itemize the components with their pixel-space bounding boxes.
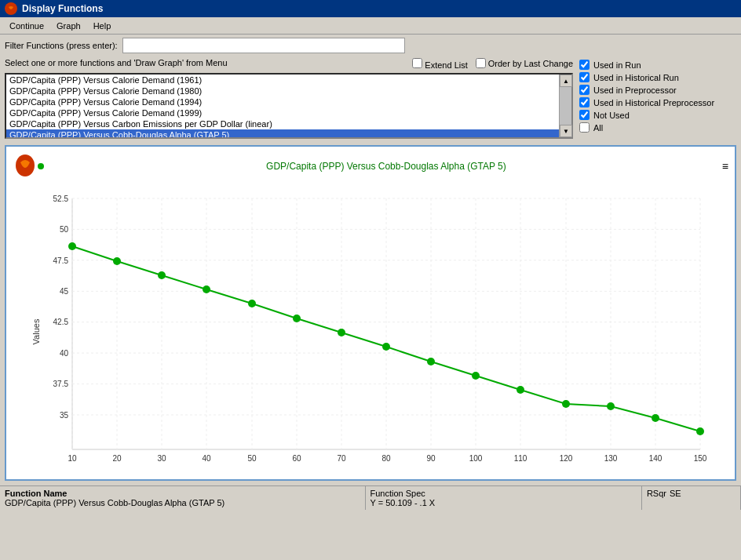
svg-text:60: 60 bbox=[292, 454, 301, 463]
status-bar: Function Name GDP/Capita (PPP) Versus Co… bbox=[0, 485, 741, 510]
chart-title-area: GDP/Capita (PPP) Versus Cobb-Douglas Alp… bbox=[38, 161, 722, 172]
extend-box: Extend List bbox=[412, 58, 467, 70]
svg-text:10: 10 bbox=[68, 454, 77, 463]
extend-checkbox-label[interactable]: Extend List bbox=[412, 58, 467, 70]
svg-text:20: 20 bbox=[112, 454, 122, 463]
checkbox-row-4: Not Used bbox=[579, 110, 736, 120]
svg-text:100: 100 bbox=[469, 454, 483, 463]
chart-menu-icon[interactable]: ≡ bbox=[722, 160, 728, 173]
status-function-name-header: Function Name GDP/Capita (PPP) Versus Co… bbox=[0, 486, 366, 510]
checkbox-1[interactable] bbox=[579, 72, 590, 82]
checkbox-label-5: All bbox=[593, 123, 603, 133]
chart-logo bbox=[13, 153, 38, 180]
left-panel: Select one or more functions and 'Draw G… bbox=[5, 58, 573, 139]
checkbox-row-3: Used in Historical Preprocessor bbox=[579, 97, 736, 107]
svg-text:150: 150 bbox=[694, 454, 707, 463]
data-point bbox=[382, 343, 390, 351]
scroll-track bbox=[560, 87, 571, 125]
menu-help[interactable]: Help bbox=[87, 20, 118, 32]
main-content: Select one or more functions and 'Draw G… bbox=[0, 56, 741, 140]
scroll-down-btn[interactable]: ▼ bbox=[560, 125, 572, 137]
svg-text:30: 30 bbox=[157, 454, 166, 463]
data-point bbox=[696, 427, 704, 435]
checkbox-row-1: Used in Historical Run bbox=[579, 72, 736, 82]
svg-text:130: 130 bbox=[604, 454, 618, 463]
checkbox-label-4: Not Used bbox=[593, 111, 630, 120]
extend-checkbox[interactable] bbox=[412, 58, 422, 68]
data-point bbox=[248, 300, 256, 307]
data-point bbox=[293, 315, 301, 322]
data-point bbox=[427, 358, 435, 365]
checkbox-row-0: Used in Run bbox=[579, 60, 736, 70]
checkbox-label-2: Used in Preprocessor bbox=[593, 85, 677, 95]
svg-text:47.5: 47.5 bbox=[53, 256, 69, 265]
function-list-item[interactable]: GDP/Capita (PPP) Versus Calorie Demand (… bbox=[6, 85, 559, 96]
checkbox-label-0: Used in Run bbox=[593, 60, 641, 70]
filter-input[interactable] bbox=[122, 38, 405, 53]
checkbox-label-3: Used in Historical Preprocessor bbox=[593, 98, 714, 107]
svg-text:70: 70 bbox=[337, 454, 346, 463]
select-label: Select one or more functions and 'Draw G… bbox=[5, 58, 404, 67]
svg-text:50: 50 bbox=[60, 225, 69, 234]
data-point bbox=[203, 285, 210, 293]
data-point bbox=[517, 386, 524, 394]
order-checkbox[interactable] bbox=[476, 58, 486, 68]
function-list[interactable]: GDP/Capita (PPP) Versus Calorie Demand (… bbox=[6, 75, 559, 137]
data-point bbox=[158, 271, 166, 279]
checkbox-3[interactable] bbox=[579, 97, 590, 107]
svg-text:110: 110 bbox=[514, 454, 527, 463]
chart-header: GDP/Capita (PPP) Versus Cobb-Douglas Alp… bbox=[13, 153, 728, 180]
svg-text:42.5: 42.5 bbox=[53, 318, 69, 326]
chart-plot: 52.5 50 47.5 45 42.5 40 37.5 35 10 20 30… bbox=[53, 195, 707, 463]
checkbox-row-5: All bbox=[579, 122, 736, 133]
data-point bbox=[607, 402, 615, 410]
function-list-container: GDP/Capita (PPP) Versus Calorie Demand (… bbox=[5, 73, 573, 139]
legend-dot bbox=[38, 163, 44, 169]
status-rsqr: RSqr SE bbox=[642, 486, 741, 510]
svg-text:35: 35 bbox=[60, 411, 69, 420]
function-list-item[interactable]: GDP/Capita (PPP) Versus Calorie Demand (… bbox=[6, 75, 559, 85]
svg-text:37.5: 37.5 bbox=[53, 380, 69, 388]
checkbox-0[interactable] bbox=[579, 60, 590, 70]
function-list-item[interactable]: GDP/Capita (PPP) Versus Calorie Demand (… bbox=[6, 107, 559, 118]
status-function-spec-header: Function Spec Y = 50.109 - .1 X bbox=[366, 486, 642, 510]
order-box: Order by Last Change bbox=[476, 58, 573, 68]
function-list-item[interactable]: GDP/Capita (PPP) Versus Cobb-Douglas Alp… bbox=[6, 129, 559, 137]
right-panel: Used in RunUsed in Historical RunUsed in… bbox=[579, 58, 736, 139]
title-bar: Display Functions bbox=[0, 0, 741, 17]
app-icon bbox=[5, 2, 17, 15]
svg-text:90: 90 bbox=[426, 454, 436, 463]
data-point bbox=[472, 372, 480, 380]
menu-graph[interactable]: Graph bbox=[50, 20, 87, 32]
checkbox-5[interactable] bbox=[579, 122, 590, 133]
svg-text:40: 40 bbox=[202, 454, 211, 463]
svg-text:45: 45 bbox=[60, 287, 69, 296]
chart-container: GDP/Capita (PPP) Versus Cobb-Douglas Alp… bbox=[5, 145, 736, 481]
data-point bbox=[562, 400, 570, 408]
data-point bbox=[68, 242, 76, 250]
svg-text:40: 40 bbox=[60, 349, 69, 358]
y-axis-label: Values bbox=[31, 318, 41, 344]
svg-text:80: 80 bbox=[381, 454, 391, 463]
checkbox-2[interactable] bbox=[579, 85, 590, 95]
svg-text:140: 140 bbox=[649, 454, 663, 463]
scrollbar[interactable]: ▲ ▼ bbox=[559, 75, 571, 137]
filter-label: Filter Functions (press enter): bbox=[5, 41, 118, 50]
title-text: Display Functions bbox=[22, 3, 103, 14]
svg-text:120: 120 bbox=[560, 454, 573, 463]
checkbox-label-1: Used in Historical Run bbox=[593, 73, 679, 82]
menu-bar: Continue Graph Help bbox=[0, 17, 741, 35]
menu-continue[interactable]: Continue bbox=[3, 20, 50, 32]
chart-svg: Values 52.5 50 47.5 45 42.5 40 37 bbox=[13, 183, 728, 473]
selection-row: Select one or more functions and 'Draw G… bbox=[5, 58, 573, 70]
chart-title: GDP/Capita (PPP) Versus Cobb-Douglas Alp… bbox=[50, 161, 722, 172]
scroll-up-btn[interactable]: ▲ bbox=[560, 75, 572, 87]
function-list-item[interactable]: GDP/Capita (PPP) Versus Calorie Demand (… bbox=[6, 96, 559, 107]
filter-bar: Filter Functions (press enter): bbox=[0, 35, 741, 56]
function-list-item[interactable]: GDP/Capita (PPP) Versus Carbon Emissions… bbox=[6, 118, 559, 129]
data-point bbox=[338, 329, 345, 336]
svg-text:50: 50 bbox=[247, 454, 257, 463]
data-point bbox=[652, 414, 659, 422]
checkbox-4[interactable] bbox=[579, 110, 590, 120]
data-point bbox=[113, 257, 121, 265]
